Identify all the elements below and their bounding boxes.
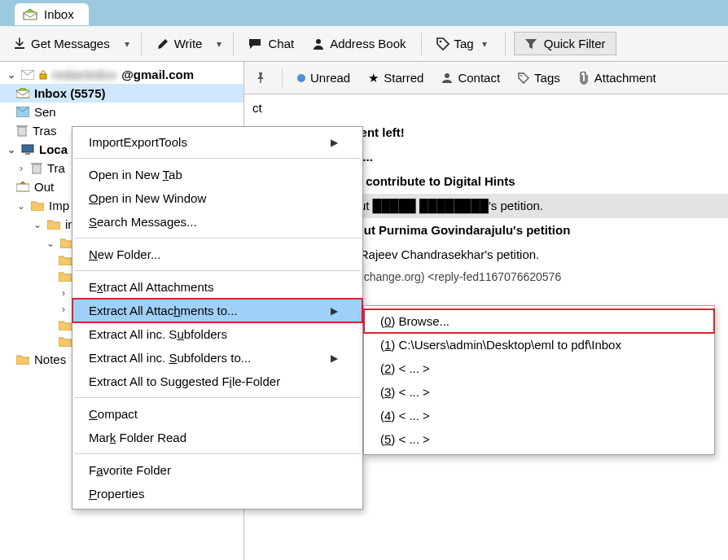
submenu-item[interactable]: (3) < ... >	[364, 380, 714, 404]
get-messages-label: Get Messages	[31, 37, 110, 50]
tab-inbox[interactable]: Inbox	[15, 3, 89, 25]
menu-item[interactable]: Compact	[72, 402, 362, 426]
trash-icon	[16, 125, 28, 137]
twisty-icon[interactable]: ⌄	[33, 219, 42, 230]
inbox-label: Inbox	[34, 86, 67, 100]
submenu-arrow-icon: ▶	[331, 352, 338, 364]
quick-filter-label: Quick Filter	[544, 37, 606, 50]
menu-item-label: Properties	[89, 487, 144, 501]
menu-item-label: Open in New Window	[89, 191, 206, 205]
attachment-label: Attachment	[594, 71, 656, 85]
filter-attachment[interactable]: Attachment	[575, 68, 660, 88]
address-book-button[interactable]: Address Book	[305, 33, 412, 54]
twisty-icon[interactable]: ⌄	[16, 200, 26, 212]
get-messages-dropdown[interactable]: ▾	[121, 35, 133, 53]
person-icon	[312, 37, 325, 50]
menu-item[interactable]: Mark Folder Read	[72, 426, 362, 449]
svg-rect-11	[25, 153, 30, 155]
chat-button[interactable]: Chat	[242, 33, 300, 54]
menu-item[interactable]: Properties	[72, 482, 362, 505]
chat-label: Chat	[268, 37, 294, 50]
write-label: Write	[174, 37, 203, 50]
notes-label: Notes	[34, 352, 66, 366]
svg-point-16	[445, 73, 450, 78]
submenu-item[interactable]: (2) < ... >	[364, 357, 714, 380]
tag-dropdown-arrow: ▾	[479, 35, 490, 53]
sent-label: Sen	[34, 105, 56, 119]
titlebar: Inbox	[0, 0, 728, 26]
menu-item[interactable]: Extract All Attachments	[72, 275, 362, 299]
svg-rect-1	[15, 47, 24, 49]
account-node[interactable]: ⌄ redactedxx@gmail.com	[0, 65, 243, 84]
twisty-icon[interactable]: ›	[16, 163, 26, 174]
inbox-icon	[16, 88, 29, 98]
menu-item[interactable]: Open in New Window	[72, 186, 362, 210]
folder-icon	[59, 271, 72, 282]
submenu-item[interactable]: (0) Browse...	[364, 309, 714, 333]
filter-unread[interactable]: Unread	[294, 68, 353, 88]
menu-item[interactable]: Extract All to Suggested File-Folder	[72, 370, 362, 393]
menu-item[interactable]: ImportExportTools▶	[72, 130, 362, 154]
extract-attachments-submenu[interactable]: (0) Browse...(1) C:\Users\admin\Desktop\…	[363, 305, 715, 455]
lock-icon	[39, 70, 47, 80]
tag-label: Tag	[454, 37, 474, 50]
separator	[505, 33, 506, 55]
twisty-icon[interactable]: ⌄	[7, 144, 16, 155]
folder-icon	[59, 336, 72, 348]
twisty-icon[interactable]: ›	[59, 304, 68, 315]
write-button[interactable]: Write	[150, 33, 209, 54]
contact-label: Contact	[458, 71, 500, 85]
submenu-arrow-icon: ▶	[331, 305, 338, 317]
svg-rect-6	[16, 90, 29, 98]
menu-item-label: New Folder...	[89, 247, 160, 261]
submenu-item[interactable]: (5) < ... >	[364, 427, 714, 451]
outbox-label: Out	[34, 180, 54, 194]
menu-item[interactable]: Favorite Folder	[72, 458, 362, 482]
svg-rect-9	[16, 125, 28, 127]
menu-item[interactable]: Extract All Attachments to...▶	[72, 299, 362, 322]
submenu-item-label: (4) < ... >	[380, 409, 430, 422]
filter-starred[interactable]: ★Starred	[365, 68, 427, 89]
submenu-item-label: (0) Browse...	[380, 314, 450, 328]
twisty-icon[interactable]: ⌄	[7, 69, 16, 81]
tag-icon	[518, 72, 529, 84]
menu-item-label: Compact	[89, 407, 138, 421]
svg-rect-14	[16, 184, 29, 191]
write-dropdown[interactable]: ▾	[213, 35, 225, 53]
pin-button[interactable]	[251, 68, 270, 88]
folder-context-menu[interactable]: ImportExportTools▶Open in New TabOpen in…	[72, 126, 363, 510]
star-icon: ★	[368, 71, 379, 85]
menu-item[interactable]: Extract All inc. Subfolders to...▶	[72, 346, 362, 370]
menu-divider	[74, 270, 361, 271]
message-row[interactable]: ct	[244, 96, 728, 120]
submenu-item[interactable]: (1) C:\Users\admin\Desktop\eml to pdf\In…	[364, 333, 714, 357]
menu-divider	[74, 397, 361, 398]
submenu-item-label: (1) C:\Users\admin\Desktop\eml to pdf\In…	[380, 338, 621, 352]
twisty-icon[interactable]: ⌄	[46, 238, 55, 249]
download-icon	[13, 37, 26, 50]
folder-sent[interactable]: Sen	[0, 103, 243, 121]
twisty-icon[interactable]: ›	[59, 287, 68, 299]
chat-icon	[248, 37, 263, 50]
menu-item[interactable]: Open in New Tab	[72, 163, 362, 186]
menu-item-label: Mark Folder Read	[89, 431, 186, 444]
inbox-icon	[23, 9, 37, 20]
folder-inbox[interactable]: Inbox (5575)	[0, 84, 243, 103]
menu-item[interactable]: Extract All inc. Subfolders	[72, 322, 362, 346]
svg-rect-12	[33, 164, 41, 173]
tags-label: Tags	[534, 71, 560, 85]
tag-icon	[436, 37, 450, 50]
svg-point-17	[520, 75, 522, 77]
filter-contact[interactable]: Contact	[438, 68, 503, 88]
menu-divider	[74, 158, 361, 159]
filter-tags[interactable]: Tags	[515, 68, 564, 88]
tag-button[interactable]: Tag ▾	[430, 32, 497, 56]
computer-icon	[21, 144, 34, 155]
quick-filter-button[interactable]: Quick Filter	[514, 32, 616, 55]
submenu-item[interactable]: (4) < ... >	[364, 404, 714, 427]
menu-item-label: ImportExportTools	[89, 135, 187, 149]
menu-item[interactable]: Search Messages...	[72, 210, 362, 234]
menu-item[interactable]: New Folder...	[72, 243, 362, 266]
get-messages-button[interactable]: Get Messages	[7, 33, 116, 54]
submenu-item-label: (5) < ... >	[380, 432, 430, 446]
